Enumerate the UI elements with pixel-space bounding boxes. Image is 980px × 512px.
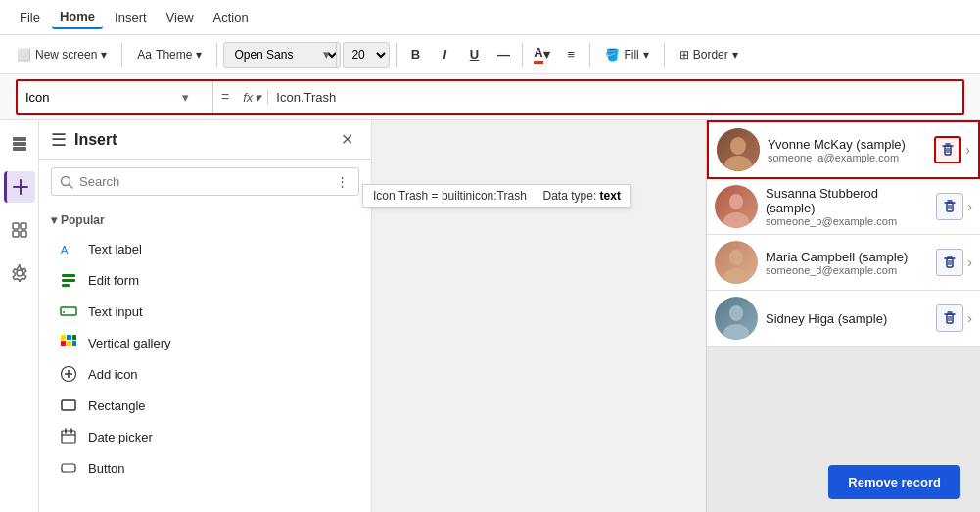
insert-rectangle[interactable]: Rectangle <box>39 390 371 421</box>
insert-text-input[interactable]: Text input <box>39 296 371 327</box>
menu-insert[interactable]: Insert <box>107 6 155 28</box>
svg-point-39 <box>729 194 743 209</box>
insert-edit-form[interactable]: Edit form <box>39 264 371 296</box>
new-screen-button[interactable]: ⬜ New screen ▾ <box>8 43 116 67</box>
svg-point-47 <box>723 268 749 284</box>
svg-rect-22 <box>72 341 76 346</box>
new-screen-icon: ⬜ <box>17 48 31 62</box>
font-size-select[interactable]: 20 <box>343 42 390 68</box>
more-options-button[interactable]: ⋮ <box>334 172 350 191</box>
italic-button[interactable]: I <box>432 42 457 68</box>
search-input[interactable] <box>79 174 328 189</box>
bold-button[interactable]: B <box>402 42 428 68</box>
settings-sidebar-icon[interactable] <box>4 257 35 289</box>
text-label-icon: A <box>59 239 78 258</box>
record-item-3[interactable]: Maria Campbell (sample) someone_d@exampl… <box>707 235 980 291</box>
search-icon <box>60 175 73 189</box>
svg-rect-17 <box>61 335 66 340</box>
strikethrough-button[interactable]: — <box>490 42 516 68</box>
theme-button[interactable]: Aa Theme ▾ <box>128 43 210 67</box>
record-name-4: Sidney Higa (sample) <box>766 311 928 326</box>
separator-7 <box>664 43 665 67</box>
border-button[interactable]: ⊞ Border ▾ <box>671 43 747 67</box>
separator-4 <box>396 43 397 67</box>
trash-icon-4[interactable] <box>936 304 963 332</box>
svg-point-32 <box>730 137 746 155</box>
insert-date-picker[interactable]: Date picker <box>39 421 371 452</box>
font-select[interactable]: Open Sans <box>223 42 341 68</box>
svg-rect-20 <box>61 341 66 346</box>
add-sidebar-icon[interactable] <box>4 171 35 203</box>
font-color-button[interactable]: A ▾ <box>529 42 554 68</box>
components-sidebar-icon[interactable] <box>4 214 35 246</box>
formula-name-field[interactable]: ▾ <box>18 81 213 113</box>
formula-name-chevron-icon: ▾ <box>182 90 189 105</box>
trash-icon-2[interactable] <box>936 193 963 220</box>
separator-6 <box>589 43 590 67</box>
trash-icon-1[interactable] <box>934 136 961 163</box>
menu-bar: File Home Insert View Action <box>0 0 980 35</box>
chevron-icon-2[interactable]: › <box>967 199 972 214</box>
trash-icon-3[interactable] <box>936 249 963 276</box>
insert-add-icon[interactable]: Add icon <box>39 358 371 390</box>
menu-file[interactable]: File <box>12 6 48 28</box>
add-icon <box>59 364 78 384</box>
separator-2 <box>216 43 217 67</box>
record-email-2: someone_b@example.com <box>766 215 928 227</box>
menu-home[interactable]: Home <box>52 5 103 29</box>
fill-button[interactable]: 🪣 Fill ▾ <box>596 43 657 67</box>
record-panel: Yvonne McKay (sample) someone_a@example.… <box>706 120 980 512</box>
record-email-3: someone_d@example.com <box>766 264 928 276</box>
svg-rect-26 <box>62 400 75 410</box>
close-insert-button[interactable]: ✕ <box>335 128 359 151</box>
svg-rect-48 <box>947 258 953 267</box>
record-name-1: Yvonne McKay (sample) <box>768 137 926 152</box>
align-button[interactable]: ≡ <box>558 42 583 68</box>
remove-record-button[interactable]: Remove record <box>828 465 960 499</box>
formula-name-input[interactable] <box>25 90 182 105</box>
popular-category[interactable]: ▾ Popular <box>39 208 371 233</box>
underline-button[interactable]: U <box>461 42 487 68</box>
svg-text:A: A <box>61 244 69 256</box>
formula-expression[interactable]: Icon.Trash <box>268 90 962 105</box>
separator-1 <box>121 43 122 67</box>
record-actions-2: › <box>936 193 972 220</box>
svg-rect-1 <box>13 142 26 146</box>
svg-rect-31 <box>62 464 75 472</box>
formula-fx-button[interactable]: fx ▾ <box>237 90 268 105</box>
gallery-icon <box>59 333 78 352</box>
fx-icon: fx <box>243 90 253 105</box>
border-icon: ⊞ <box>679 48 689 62</box>
menu-action[interactable]: Action <box>206 6 257 28</box>
menu-view[interactable]: View <box>159 6 202 28</box>
svg-rect-14 <box>62 284 70 287</box>
toolbar: ⬜ New screen ▾ Aa Theme ▾ Open Sans ▾ 20… <box>0 35 980 74</box>
svg-rect-27 <box>62 431 75 443</box>
layers-sidebar-icon[interactable] <box>4 128 35 160</box>
svg-rect-2 <box>13 147 26 151</box>
chevron-icon-4[interactable]: › <box>967 310 972 326</box>
fx-chevron-icon: ▾ <box>255 90 261 105</box>
insert-button[interactable]: Button <box>39 452 371 484</box>
insert-vertical-gallery[interactable]: Vertical gallery <box>39 327 371 358</box>
record-actions-1: › <box>934 136 970 163</box>
record-item-1[interactable]: Yvonne McKay (sample) someone_a@example.… <box>707 120 980 179</box>
svg-rect-12 <box>62 274 75 277</box>
svg-point-53 <box>729 305 743 321</box>
chevron-icon-1[interactable]: › <box>965 142 970 158</box>
insert-text-label[interactable]: A Text label <box>39 233 371 264</box>
svg-line-10 <box>70 184 73 188</box>
theme-chevron-icon: ▾ <box>196 48 202 62</box>
record-info-4: Sidney Higa (sample) <box>766 311 928 326</box>
date-picker-icon <box>59 427 78 446</box>
insert-panel: ☰ Insert ✕ ⋮ ▾ Popular A Text l <box>39 120 372 512</box>
record-info-1: Yvonne McKay (sample) someone_a@example.… <box>768 137 926 163</box>
record-item-4[interactable]: Sidney Higa (sample) › <box>707 291 980 347</box>
button-insert-icon <box>59 458 78 478</box>
chevron-icon-3[interactable]: › <box>967 255 972 270</box>
record-name-2: Susanna Stubberod (sample) <box>766 186 928 215</box>
svg-point-33 <box>724 156 752 171</box>
record-item-2[interactable]: Susanna Stubberod (sample) someone_b@exa… <box>707 179 980 235</box>
record-actions-4: › <box>936 304 972 332</box>
canvas-area[interactable] <box>372 120 706 512</box>
